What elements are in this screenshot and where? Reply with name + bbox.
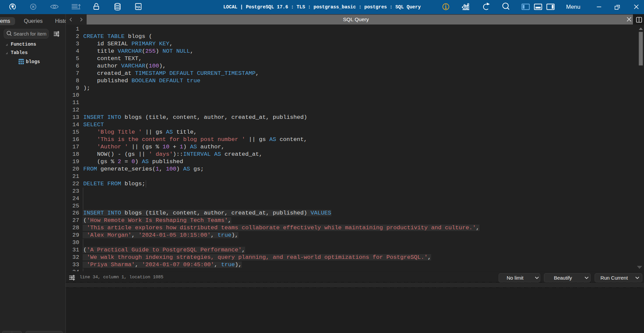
svg-text:SQL: SQL (136, 6, 141, 8)
